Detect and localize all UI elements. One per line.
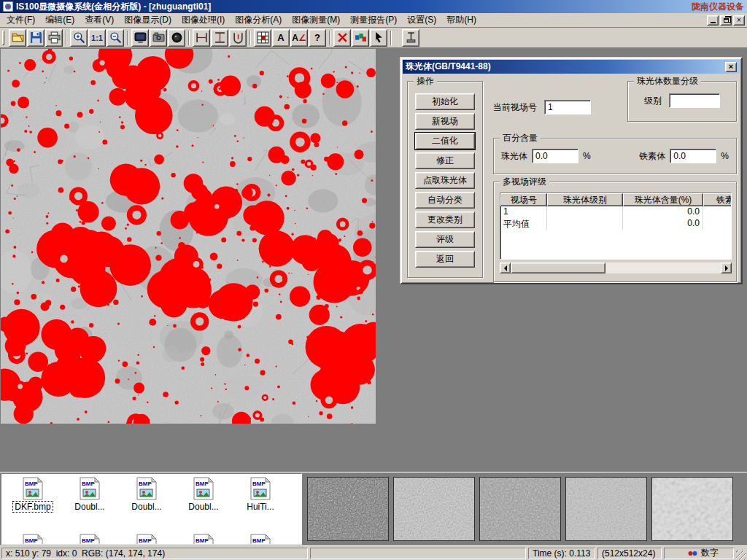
file-name: Doubl... xyxy=(130,502,163,512)
bmp-file-icon: BMP xyxy=(136,534,158,545)
table-horizontal-scrollbar[interactable] xyxy=(500,262,732,273)
operation-button[interactable]: 修正 xyxy=(415,152,475,169)
table-header[interactable]: 视场号 xyxy=(500,193,547,206)
actual-size-button[interactable]: 1:1 xyxy=(88,29,106,47)
table-cell xyxy=(547,206,623,218)
delete-mark-button[interactable] xyxy=(333,29,351,47)
menu-item[interactable]: 图像分析(A) xyxy=(230,12,287,28)
operation-button[interactable]: 自动分类 xyxy=(415,192,475,209)
bmp-file-icon: BMP xyxy=(22,534,44,545)
color-select-button[interactable] xyxy=(352,29,369,47)
menu-item[interactable]: 设置(S) xyxy=(402,12,441,28)
bmp-file-icon: BMP xyxy=(136,477,158,500)
ferrite-label: 铁素体 xyxy=(639,150,665,163)
grid-measure-button[interactable] xyxy=(254,29,271,47)
help-icon: ? xyxy=(314,32,320,43)
app-icon xyxy=(3,1,13,12)
pointer-button[interactable] xyxy=(370,29,387,47)
preview-thumbnail[interactable] xyxy=(651,477,733,541)
operation-button[interactable]: 更改类别 xyxy=(415,211,475,228)
title-bar: IS100显微摄像系统(金相分析版) - [zhuguangti01] 陇南仪器… xyxy=(0,0,747,13)
scroll-left-button[interactable] xyxy=(500,262,511,273)
operation-group: 操作 初始化新视场二值化修正点取珠光体自动分类更改类别评级返回 xyxy=(407,81,483,278)
preview-thumbnail[interactable] xyxy=(393,477,475,541)
camera-icon xyxy=(152,31,165,44)
level-input[interactable] xyxy=(669,93,720,108)
operation-button[interactable]: 新视场 xyxy=(415,113,475,130)
caliper-vertical-button[interactable] xyxy=(211,29,228,47)
bmp-file-icon: BMP xyxy=(79,477,101,500)
table-header[interactable]: 铁素 xyxy=(703,193,732,206)
menu-item[interactable]: 测量报告(P) xyxy=(345,12,402,28)
menu-item[interactable]: 图像测量(M) xyxy=(287,12,345,28)
scroll-right-button[interactable] xyxy=(721,262,732,273)
rating-table[interactable]: 视场号珠光体级别珠光体含量(%)铁素10.0平均值0.0 xyxy=(500,192,732,260)
child-minimize-button[interactable] xyxy=(707,15,719,26)
table-row[interactable]: 平均值0.0 xyxy=(500,218,731,230)
preview-thumbnail[interactable] xyxy=(565,477,647,541)
caliper-horizontal-button[interactable] xyxy=(193,29,210,47)
current-field-input[interactable] xyxy=(544,100,591,114)
menu-item[interactable]: 文件(F) xyxy=(1,12,40,28)
percent-sign: % xyxy=(721,151,729,161)
svg-text:BMP: BMP xyxy=(82,537,95,544)
help-button[interactable]: ? xyxy=(309,29,326,47)
svg-text:BMP: BMP xyxy=(252,481,266,487)
capture-button[interactable] xyxy=(168,29,185,47)
menu-item[interactable]: 查看(V) xyxy=(80,12,119,28)
dialog-title-bar[interactable]: 珠光体(GB/T9441-88) × xyxy=(403,60,740,74)
pearlite-input[interactable] xyxy=(532,149,578,163)
operation-button[interactable]: 初始化 xyxy=(415,93,475,110)
scrollbar-track[interactable] xyxy=(511,262,721,273)
file-list: BMPDKF.bmpBMPDoubl...BMPDoubl...BMPDoubl… xyxy=(1,473,302,545)
toolbar-grip[interactable] xyxy=(2,31,4,45)
file-item-partial[interactable]: BMP xyxy=(61,534,118,545)
clamp-button[interactable] xyxy=(402,29,419,47)
table-cell xyxy=(703,218,732,230)
menu-item[interactable]: 图像处理(I) xyxy=(177,12,230,28)
save-button[interactable] xyxy=(27,29,44,47)
preview-thumbnail[interactable] xyxy=(479,477,561,541)
print-button[interactable] xyxy=(45,29,63,47)
file-item[interactable]: BMPDoubl... xyxy=(175,477,232,534)
file-item-partial[interactable]: BMP xyxy=(118,534,175,545)
operation-button[interactable]: 返回 xyxy=(415,251,475,268)
workspace: 珠光体(GB/T9441-88) × 操作 初始化新视场二值化修正点取珠光体自动… xyxy=(0,48,747,472)
file-item[interactable]: BMPDoubl... xyxy=(61,477,118,534)
resize-grip[interactable] xyxy=(736,551,746,560)
file-item-partial[interactable]: BMP xyxy=(232,534,289,545)
table-header[interactable]: 珠光体含量(%) xyxy=(623,193,703,206)
table-row[interactable]: 10.0 xyxy=(500,206,731,218)
operation-button[interactable]: 点取珠光体 xyxy=(415,172,475,189)
micrograph-image[interactable] xyxy=(1,49,376,424)
file-item[interactable]: BMPHuiTi... xyxy=(232,477,289,534)
camera-button[interactable] xyxy=(150,29,167,47)
table-header[interactable]: 珠光体级别 xyxy=(547,193,623,206)
preview-thumbnail[interactable] xyxy=(307,477,389,541)
text-label-button[interactable]: A xyxy=(272,29,290,47)
menu-item[interactable]: 编辑(E) xyxy=(40,12,80,28)
dialog-close-button[interactable]: × xyxy=(725,62,737,72)
file-item[interactable]: BMPDoubl... xyxy=(118,477,175,534)
file-item[interactable]: BMPDKF.bmp xyxy=(4,477,61,534)
menu-item[interactable]: 帮助(H) xyxy=(441,12,481,28)
save-icon xyxy=(30,31,42,44)
operation-button[interactable]: 二值化 xyxy=(415,133,475,149)
micrometer-button[interactable] xyxy=(229,29,247,47)
open-button[interactable] xyxy=(9,29,26,47)
zoom-in-button[interactable] xyxy=(70,29,88,47)
zoom-out-button[interactable] xyxy=(107,29,124,47)
ferrite-input[interactable] xyxy=(670,149,716,163)
menu-item[interactable]: 图像显示(D) xyxy=(119,12,177,28)
child-restore-button[interactable] xyxy=(720,15,732,26)
file-item-partial[interactable]: BMP xyxy=(4,534,61,545)
toolbar-separator xyxy=(127,31,128,45)
angle-label-button[interactable]: A∠ xyxy=(290,29,308,47)
display-button[interactable] xyxy=(131,29,149,47)
svg-text:BMP: BMP xyxy=(82,481,95,487)
bmp-file-icon: BMP xyxy=(249,534,271,545)
child-close-button[interactable]: × xyxy=(733,15,745,26)
scrollbar-thumb[interactable] xyxy=(511,262,605,273)
file-item-partial[interactable]: BMP xyxy=(175,534,232,545)
operation-button[interactable]: 评级 xyxy=(415,231,475,248)
